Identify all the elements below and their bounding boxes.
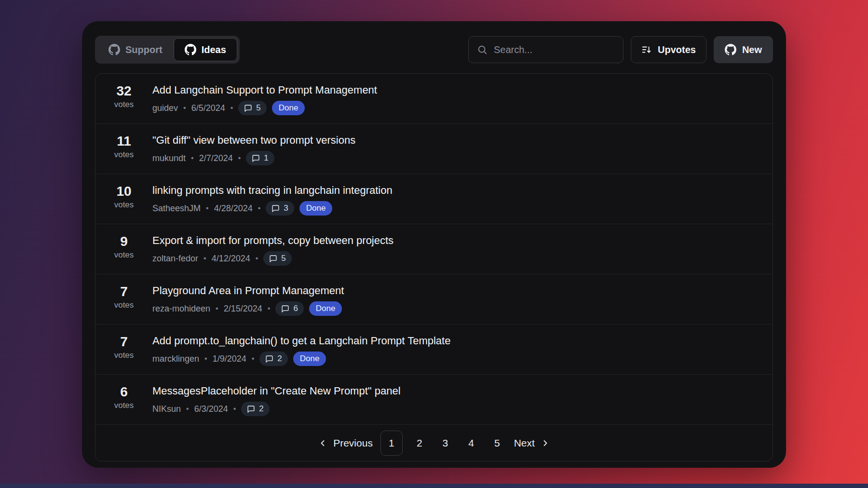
idea-row[interactable]: 9 votes Export & import for prompts, cop… xyxy=(95,224,773,274)
idea-row[interactable]: 10 votes linking prompts with tracing in… xyxy=(95,174,773,224)
idea-author: reza-mohideen xyxy=(152,304,210,314)
tab-support[interactable]: Support xyxy=(97,38,174,61)
comment-bubble-icon xyxy=(269,255,277,263)
comment-count: 2 xyxy=(277,354,282,364)
idea-title[interactable]: Export & import for prompts, copy betwee… xyxy=(152,234,393,247)
status-badge-done: Done xyxy=(272,101,305,115)
bottom-edge xyxy=(0,484,868,488)
comment-bubble-icon xyxy=(247,405,255,413)
idea-meta: SatheeshJM • 4/28/2024 • 3 Done xyxy=(152,201,393,216)
separator-dot: • xyxy=(204,354,207,363)
comments-badge[interactable]: 2 xyxy=(259,352,287,366)
comment-bubble-icon xyxy=(244,104,252,112)
idea-row[interactable]: 6 votes MessagesPlaceholder in "Create N… xyxy=(95,374,773,424)
next-page-label: Next xyxy=(514,437,535,449)
idea-title[interactable]: linking prompts with tracing in langchai… xyxy=(152,184,393,197)
comment-count: 3 xyxy=(284,203,288,213)
idea-content: Add Langchain Support to Prompt Manageme… xyxy=(152,82,377,115)
toolbar-controls: Upvotes New xyxy=(468,36,773,63)
idea-row[interactable]: 7 votes Add prompt.to_langchain() to get… xyxy=(95,324,773,374)
separator-dot: • xyxy=(268,304,271,313)
idea-meta: reza-mohideen • 2/15/2024 • 6 Done xyxy=(152,301,344,316)
votes-label: votes xyxy=(95,199,152,211)
votes-label: votes xyxy=(95,299,152,312)
toolbar: Support Ideas Upvotes xyxy=(95,36,773,64)
idea-date: 6/3/2024 xyxy=(194,404,228,414)
status-badge-done: Done xyxy=(309,301,342,316)
idea-date: 4/12/2024 xyxy=(212,254,250,264)
idea-title[interactable]: Playground Area in Prompt Management xyxy=(152,284,344,297)
separator-dot: • xyxy=(231,104,233,112)
vote-number: 10 xyxy=(95,184,152,199)
vote-count: 10 votes xyxy=(95,183,152,216)
comments-badge[interactable]: 3 xyxy=(266,201,294,216)
comment-count: 2 xyxy=(259,404,263,414)
comments-badge[interactable]: 6 xyxy=(275,301,303,316)
idea-title[interactable]: Add Langchain Support to Prompt Manageme… xyxy=(152,83,377,96)
feedback-board-window: Support Ideas Upvotes xyxy=(82,21,786,468)
idea-content: linking prompts with tracing in langchai… xyxy=(152,183,393,216)
votes-label: votes xyxy=(95,349,152,362)
vote-number: 7 xyxy=(95,335,152,349)
idea-content: Export & import for prompts, copy betwee… xyxy=(152,233,393,266)
tab-ideas[interactable]: Ideas xyxy=(174,38,237,61)
idea-row[interactable]: 11 votes "Git diff" view between two pro… xyxy=(95,123,773,174)
comments-badge[interactable]: 5 xyxy=(238,101,266,115)
comment-bubble-icon xyxy=(252,154,260,163)
idea-meta: guidev • 6/5/2024 • 5 Done xyxy=(152,101,377,115)
idea-author: NIKsun xyxy=(152,404,181,414)
idea-title[interactable]: MessagesPlaceholder in "Create New Promp… xyxy=(152,384,401,397)
previous-page-label: Previous xyxy=(333,437,373,449)
page-button-4[interactable]: 4 xyxy=(462,437,480,449)
idea-title[interactable]: "Git diff" view between two prompt versi… xyxy=(152,134,355,147)
comment-count: 1 xyxy=(264,153,268,163)
vote-number: 9 xyxy=(95,234,152,249)
tab-ideas-label: Ideas xyxy=(202,44,226,55)
idea-date: 2/15/2024 xyxy=(224,304,262,314)
separator-dot: • xyxy=(256,254,258,263)
github-icon xyxy=(185,44,196,55)
page-button-1[interactable]: 1 xyxy=(380,431,403,456)
separator-dot: • xyxy=(183,104,186,112)
idea-title[interactable]: Add prompt.to_langchain() to get a Langc… xyxy=(152,334,450,347)
comments-badge[interactable]: 2 xyxy=(241,402,269,416)
separator-dot: • xyxy=(206,204,209,213)
page-button-3[interactable]: 3 xyxy=(436,437,455,449)
vote-count: 7 votes xyxy=(95,283,152,316)
separator-dot: • xyxy=(238,154,241,163)
page-button-2[interactable]: 2 xyxy=(410,437,429,449)
idea-author: zoltan-fedor xyxy=(152,254,198,264)
idea-author: SatheeshJM xyxy=(152,203,201,214)
separator-dot: • xyxy=(233,405,236,413)
idea-list: 32 votes Add Langchain Support to Prompt… xyxy=(95,74,773,424)
idea-meta: zoltan-fedor • 4/12/2024 • 5 xyxy=(152,251,393,266)
comment-count: 5 xyxy=(256,103,260,113)
idea-row[interactable]: 32 votes Add Langchain Support to Prompt… xyxy=(95,74,773,123)
search-input[interactable] xyxy=(494,44,615,55)
comments-badge[interactable]: 1 xyxy=(246,151,274,165)
separator-dot: • xyxy=(191,154,194,163)
ideas-panel: 32 votes Add Langchain Support to Prompt… xyxy=(95,73,773,461)
sort-upvotes-button[interactable]: Upvotes xyxy=(631,36,706,63)
idea-row[interactable]: 7 votes Playground Area in Prompt Manage… xyxy=(95,274,773,324)
new-post-button[interactable]: New xyxy=(714,36,773,63)
next-page-button[interactable]: Next xyxy=(514,437,550,449)
idea-content: Add prompt.to_langchain() to get a Langc… xyxy=(152,333,450,366)
idea-meta: marcklingen • 1/9/2024 • 2 Done xyxy=(152,352,450,366)
status-badge-done: Done xyxy=(299,201,333,216)
idea-author: marcklingen xyxy=(152,354,199,364)
sort-upvotes-label: Upvotes xyxy=(658,44,696,55)
idea-content: Playground Area in Prompt Management rez… xyxy=(152,283,344,316)
previous-page-button[interactable]: Previous xyxy=(318,437,373,449)
status-badge-done: Done xyxy=(293,352,326,366)
vote-number: 7 xyxy=(95,285,152,299)
pagination: Previous 1 2 3 4 5 Next xyxy=(95,424,773,461)
new-post-label: New xyxy=(742,44,762,55)
comments-badge[interactable]: 5 xyxy=(263,251,291,266)
vote-count: 32 votes xyxy=(95,82,152,115)
page-button-5[interactable]: 5 xyxy=(488,437,506,449)
idea-date: 1/9/2024 xyxy=(213,354,246,364)
idea-date: 6/5/2024 xyxy=(191,103,225,113)
vote-number: 11 xyxy=(95,134,152,149)
search-box[interactable] xyxy=(468,36,624,63)
